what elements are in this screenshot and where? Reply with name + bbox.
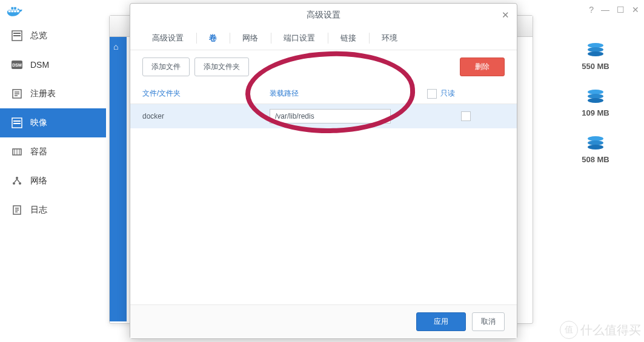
delete-button[interactable]: 删除: [460, 58, 505, 76]
tab-network[interactable]: 网络: [233, 27, 268, 50]
svg-point-17: [588, 90, 603, 94]
svg-point-19: [588, 98, 603, 103]
header-file-folder: 文件/文件夹: [142, 88, 270, 99]
sidebar-item-label: 映像: [30, 117, 47, 128]
tab-advanced[interactable]: 高级设置: [142, 27, 194, 50]
add-folder-button[interactable]: 添加文件夹: [194, 58, 249, 76]
log-icon: [11, 204, 23, 216]
disk-stack-icon: [586, 89, 605, 104]
sidebar-item-container[interactable]: 容器: [0, 137, 106, 166]
sidebar-item-image[interactable]: 映像: [0, 108, 106, 137]
watermark: 值 什么值得买: [560, 321, 641, 339]
svg-rect-1: [13, 33, 21, 34]
disk-size-label: 550 MB: [565, 62, 626, 71]
header-readonly: 只读: [427, 88, 505, 99]
sidebar-item-dsm[interactable]: DSM DSM: [0, 50, 106, 79]
header-mount-path: 装载路径: [270, 88, 427, 99]
svg-point-16: [588, 51, 603, 56]
disk-size-label: 508 MB: [565, 155, 626, 164]
svg-text:DSM: DSM: [12, 63, 22, 67]
modal-toolbar: 添加文件 添加文件夹 删除: [130, 50, 517, 84]
sidebar-item-label: 网络: [30, 176, 47, 186]
modal-tabs: 高级设置 卷 网络 端口设置 链接 环境: [130, 27, 517, 50]
close-window-icon[interactable]: ✕: [632, 5, 639, 15]
tab-link[interactable]: 链接: [331, 27, 367, 50]
readonly-header-checkbox[interactable]: [427, 89, 437, 99]
backdrop-home-icon: ⌂: [110, 37, 127, 56]
docker-logo-icon: [6, 4, 24, 18]
close-icon[interactable]: ✕: [502, 10, 510, 21]
svg-point-18: [588, 94, 603, 99]
svg-point-12: [19, 182, 21, 185]
disk-item: 109 MB: [565, 89, 626, 117]
image-icon: [11, 117, 23, 129]
help-icon[interactable]: ?: [589, 5, 594, 15]
backdrop-sidebar: ⌂: [110, 37, 127, 321]
volume-table-header: 文件/文件夹 装载路径 只读: [130, 84, 517, 104]
svg-rect-2: [13, 35, 21, 36]
svg-rect-7: [13, 120, 21, 122]
container-icon: [11, 146, 23, 158]
tab-volume[interactable]: 卷: [199, 27, 227, 50]
watermark-text: 什么值得买: [580, 322, 641, 338]
cancel-button[interactable]: 取消: [472, 312, 505, 331]
disk-stack-icon: [586, 42, 605, 57]
window-controls: ? — ☐ ✕: [589, 5, 639, 15]
svg-rect-8: [13, 123, 21, 124]
advanced-settings-modal: 高级设置 ✕ 高级设置 卷 网络 端口设置 链接 环境 添加文件 添加文件夹 删…: [130, 3, 517, 339]
sidebar-item-label: DSM: [30, 60, 49, 70]
svg-point-15: [588, 47, 603, 52]
watermark-icon: 值: [560, 321, 578, 339]
disk-item: 508 MB: [565, 136, 626, 164]
apply-button[interactable]: 应用: [416, 312, 466, 331]
add-file-button[interactable]: 添加文件: [142, 58, 190, 76]
sidebar-item-label: 日志: [30, 205, 47, 215]
disk-stack-icon: [586, 136, 605, 150]
dsm-icon: DSM: [11, 59, 23, 71]
readonly-row-checkbox[interactable]: [461, 111, 471, 121]
right-disk-panel: 550 MB 109 MB 508 MB: [565, 42, 626, 182]
sidebar-item-registry[interactable]: 注册表: [0, 79, 106, 108]
registry-icon: [11, 88, 23, 100]
disk-size-label: 109 MB: [565, 108, 626, 117]
svg-point-14: [588, 43, 603, 48]
row-path-cell: [270, 109, 427, 123]
modal-footer: 应用 取消: [130, 304, 517, 338]
svg-point-11: [13, 182, 15, 185]
svg-point-10: [16, 177, 18, 179]
row-file-value: docker: [142, 112, 270, 120]
svg-point-21: [588, 140, 603, 145]
maximize-icon[interactable]: ☐: [617, 5, 625, 15]
minimize-icon[interactable]: —: [601, 5, 609, 15]
network-icon: [11, 175, 23, 187]
mount-path-input[interactable]: [270, 109, 391, 123]
volume-table-row[interactable]: docker: [130, 104, 517, 128]
sidebar-item-overview[interactable]: 总览: [0, 21, 106, 50]
tab-port[interactable]: 端口设置: [274, 27, 325, 50]
sidebar-item-log[interactable]: 日志: [0, 196, 106, 225]
overview-icon: [11, 30, 23, 42]
sidebar-item-label: 容器: [30, 146, 47, 157]
modal-header: 高级设置 ✕: [130, 4, 517, 27]
tab-env[interactable]: 环境: [372, 27, 408, 50]
sidebar-item-network[interactable]: 网络: [0, 166, 106, 196]
modal-title: 高级设置: [307, 10, 340, 21]
svg-point-20: [588, 136, 603, 141]
disk-item: 550 MB: [565, 42, 626, 71]
sidebar-item-label: 总览: [30, 30, 47, 41]
row-readonly-cell: [427, 111, 505, 121]
main-sidebar: 总览 DSM DSM 注册表 映像 容器 网络 日志: [0, 21, 106, 336]
svg-point-22: [588, 145, 603, 150]
sidebar-item-label: 注册表: [30, 88, 56, 99]
